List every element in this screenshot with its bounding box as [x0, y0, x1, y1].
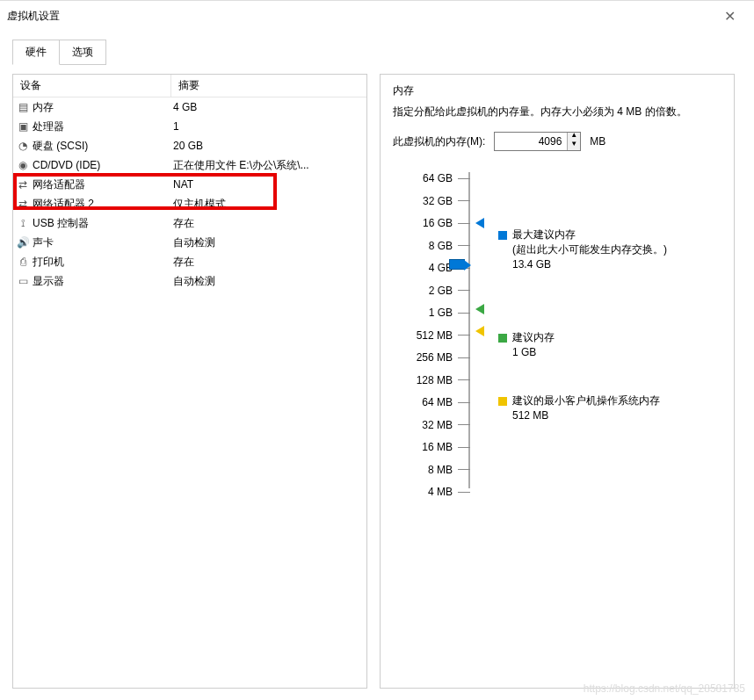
tick-label: 512 MB — [400, 329, 458, 342]
table-row[interactable]: ⎙打印机存在 — [13, 252, 366, 271]
memory-slider-handle[interactable] — [449, 259, 465, 270]
device-name: 网络适配器 2 — [33, 197, 171, 212]
device-name: CD/DVD (IDE) — [33, 159, 171, 171]
device-summary: 存在 — [171, 216, 366, 231]
square-green-icon — [498, 334, 507, 343]
scale-tick: 8 GB — [400, 240, 470, 252]
tick-label: 8 GB — [400, 240, 458, 252]
scale-tick: 4 MB — [400, 486, 470, 498]
device-summary: 自动检测 — [171, 235, 366, 250]
memory-input-row: 此虚拟机的内存(M): ▲ ▼ MB — [393, 132, 721, 151]
tick-mark — [458, 492, 470, 493]
table-row[interactable]: 🔊声卡自动检测 — [13, 233, 366, 252]
device-rows: ▤内存4 GB▣处理器1◔硬盘 (SCSI)20 GB◉CD/DVD (IDE)… — [13, 97, 366, 291]
tick-label: 4 MB — [400, 486, 458, 498]
scale-tick: 16 MB — [400, 441, 470, 453]
table-row[interactable]: ◉CD/DVD (IDE)正在使用文件 E:\办公\系统\... — [13, 155, 366, 175]
table-row[interactable]: ▣处理器1 — [13, 117, 366, 136]
tick-label: 1 GB — [400, 307, 458, 319]
scale-tick: 64 MB — [400, 396, 470, 408]
tick-label: 16 GB — [400, 217, 458, 229]
close-icon[interactable]: ✕ — [712, 8, 747, 25]
display-icon: ▭ — [13, 274, 33, 288]
tick-label: 2 GB — [400, 285, 458, 297]
device-summary: 仅主机模式 — [171, 197, 366, 212]
table-row[interactable]: ⇄网络适配器NAT — [13, 175, 366, 194]
tab-options[interactable]: 选项 — [59, 40, 106, 65]
table-row[interactable]: ◔硬盘 (SCSI)20 GB — [13, 136, 366, 155]
device-name: 声卡 — [33, 235, 171, 250]
device-summary: 20 GB — [171, 140, 366, 152]
spin-down-icon[interactable]: ▼ — [568, 141, 580, 150]
table-row[interactable]: ⟟USB 控制器存在 — [13, 213, 366, 233]
memory-input-label: 此虚拟机的内存(M): — [393, 134, 485, 149]
memory-heading: 内存 — [393, 83, 721, 98]
marker-min-reco-icon — [475, 326, 484, 336]
tab-hardware[interactable]: 硬件 — [12, 40, 60, 65]
tick-mark — [458, 245, 470, 246]
device-name: 处理器 — [33, 119, 171, 134]
col-summary[interactable]: 摘要 — [171, 75, 366, 97]
memory-description: 指定分配给此虚拟机的内存量。内存大小必须为 4 MB 的倍数。 — [393, 104, 721, 119]
tick-mark — [458, 178, 470, 179]
device-name: 硬盘 (SCSI) — [33, 139, 171, 154]
settings-window: 虚拟机设置 ✕ 硬件 选项 设备 摘要 ▤内存4 GB▣处理器1◔硬盘 (SCS… — [0, 0, 754, 700]
scale-tick: 512 MB — [400, 329, 470, 342]
scale-tick: 1 GB — [400, 307, 470, 319]
network-icon: ⇄ — [13, 197, 33, 211]
tick-mark — [458, 313, 470, 314]
device-name: 内存 — [33, 100, 171, 115]
tick-label: 128 MB — [400, 374, 458, 386]
legend-max-reco: 最大建议内存 (超出此大小可能发生内存交换。) 13.4 GB — [498, 227, 667, 271]
device-summary: 4 GB — [171, 101, 366, 113]
table-row[interactable]: ▤内存4 GB — [13, 97, 366, 117]
table-header: 设备 摘要 — [13, 75, 366, 97]
scale-tick: 64 GB — [400, 172, 470, 184]
content: 设备 摘要 ▤内存4 GB▣处理器1◔硬盘 (SCSI)20 GB◉CD/DVD… — [0, 65, 754, 697]
device-summary: 自动检测 — [171, 274, 366, 289]
tick-label: 8 MB — [400, 464, 458, 476]
square-blue-icon — [498, 231, 507, 240]
scale-tick: 256 MB — [400, 351, 470, 364]
tick-mark — [458, 447, 470, 448]
memory-spinbox[interactable]: ▲ ▼ — [494, 132, 581, 151]
tick-mark — [458, 290, 470, 291]
tick-label: 64 GB — [400, 172, 458, 184]
scale-tick: 8 MB — [400, 464, 470, 476]
legend-min-reco: 建议的最小客户机操作系统内存 512 MB — [498, 393, 660, 423]
disk-icon: ◔ — [13, 139, 33, 153]
device-name: USB 控制器 — [33, 216, 171, 231]
square-yellow-icon — [498, 397, 507, 406]
memory-panel: 内存 指定分配给此虚拟机的内存量。内存大小必须为 4 MB 的倍数。 此虚拟机的… — [380, 74, 735, 689]
memory-input[interactable] — [495, 133, 567, 150]
device-name: 显示器 — [33, 274, 171, 289]
scale-tick: 2 GB — [400, 285, 470, 297]
tick-mark — [458, 424, 470, 425]
marker-max-reco-icon — [475, 218, 484, 228]
legend-min-reco-val: 512 MB — [512, 409, 548, 422]
tick-label: 256 MB — [400, 351, 458, 364]
col-device[interactable]: 设备 — [13, 75, 171, 97]
device-summary: 1 — [171, 120, 366, 133]
memory-icon: ▤ — [13, 100, 33, 114]
tick-label: 32 MB — [400, 419, 458, 431]
memory-unit: MB — [590, 135, 605, 148]
memory-scale: 64 GB32 GB16 GB8 GB4 GB2 GB1 GB512 MB256… — [400, 172, 734, 515]
tick-label: 64 MB — [400, 396, 458, 408]
table-row[interactable]: ⇄网络适配器 2仅主机模式 — [13, 194, 366, 213]
tabs: 硬件 选项 — [0, 40, 754, 65]
tick-label: 16 MB — [400, 441, 458, 453]
tick-mark — [458, 379, 470, 380]
legend-max-reco-val: 13.4 GB — [512, 258, 551, 271]
titlebar: 虚拟机设置 ✕ — [0, 1, 754, 31]
tick-mark — [458, 335, 470, 336]
device-summary: 存在 — [171, 255, 366, 270]
tick-mark — [458, 469, 470, 470]
sound-icon: 🔊 — [13, 235, 33, 249]
window-title: 虚拟机设置 — [7, 9, 712, 24]
table-row[interactable]: ▭显示器自动检测 — [13, 271, 366, 291]
usb-icon: ⟟ — [13, 216, 33, 230]
device-name: 打印机 — [33, 255, 171, 270]
tick-mark — [458, 402, 470, 403]
spin-buttons: ▲ ▼ — [567, 133, 580, 150]
